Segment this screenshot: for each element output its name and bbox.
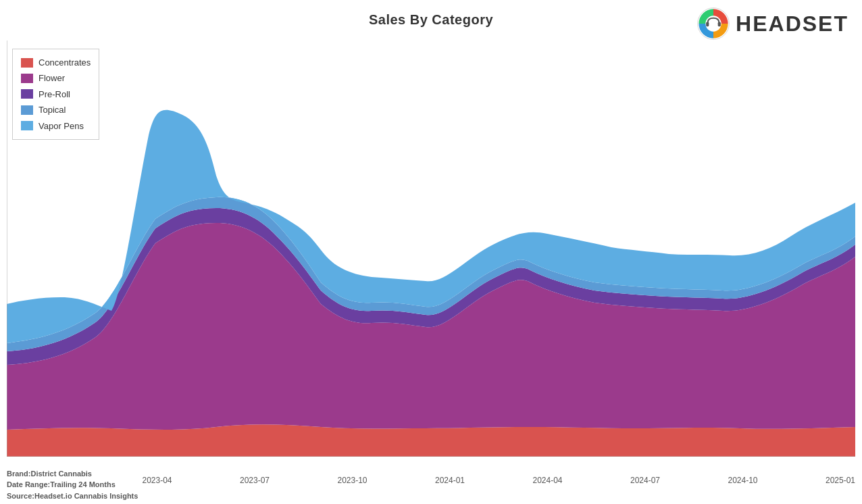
date-range-value: Trailing 24 Months	[50, 480, 116, 488]
x-label-5: 2024-04	[532, 476, 562, 485]
footer-date-range: Date Range:Trailing 24 Months	[7, 479, 138, 490]
headset-logo-icon	[696, 7, 730, 41]
footer-source: Source:Headset.io Cannabis Insights	[7, 490, 138, 502]
brand-value: District Cannabis	[30, 470, 91, 478]
brand-label: Brand:	[7, 470, 30, 478]
svg-rect-3	[718, 22, 721, 27]
source-label: Source:	[7, 492, 34, 500]
concentrates-area	[7, 424, 855, 457]
date-range-label: Date Range:	[7, 480, 50, 488]
svg-rect-2	[706, 22, 709, 27]
x-label-4: 2024-01	[435, 476, 465, 485]
x-label-8: 2025-01	[826, 476, 855, 485]
x-label-2: 2023-07	[240, 476, 270, 485]
chart-svg	[7, 41, 855, 457]
source-value: Headset.io Cannabis Insights	[34, 492, 138, 500]
header-logo: HEADSET	[696, 7, 848, 41]
x-label-7: 2024-10	[728, 476, 757, 485]
x-label-1: 2023-04	[142, 476, 172, 485]
chart-container: HEADSET Sales By Category Concentrates F…	[0, 0, 862, 504]
x-label-6: 2024-07	[630, 476, 660, 485]
chart-area	[7, 41, 855, 457]
logo-text: HEADSET	[736, 11, 848, 36]
footer-info: Brand:District Cannabis Date Range:Trail…	[7, 468, 138, 502]
x-label-3: 2023-10	[337, 476, 367, 485]
footer-brand: Brand:District Cannabis	[7, 468, 138, 480]
